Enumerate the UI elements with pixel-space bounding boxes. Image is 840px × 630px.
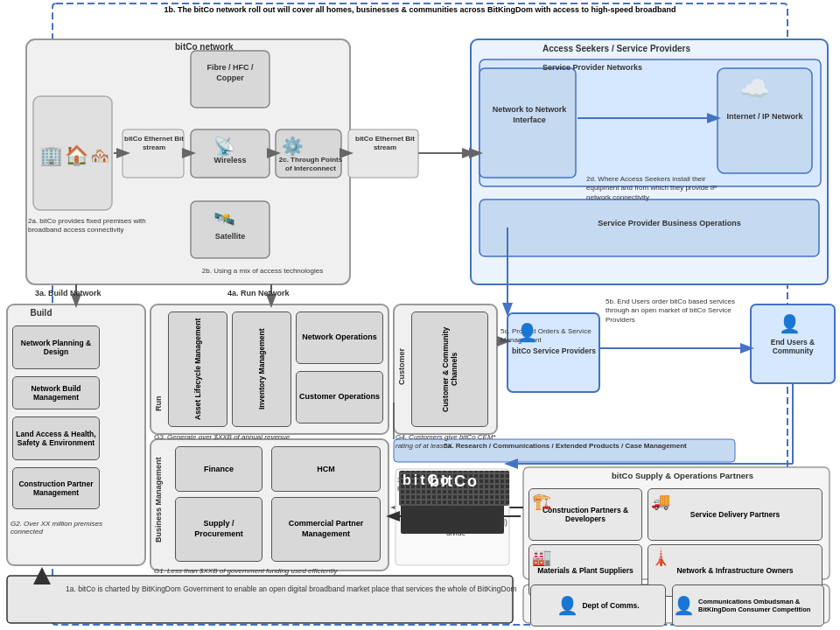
g2-label: G2. Over XX million premises connected bbox=[10, 520, 133, 536]
caption-2a: 2a. bitCo provides fixed premises with b… bbox=[28, 217, 155, 235]
caption-5b: 5b. End Users order bitCo based services… bbox=[606, 298, 741, 325]
wireless-icon: 📡 bbox=[214, 136, 235, 157]
fibre-label: Fibre / HFC / Copper bbox=[192, 63, 268, 83]
diagram-content: 1b. The bitCo network roll out will cove… bbox=[0, 0, 840, 630]
biz-mgmt-label: Business Management bbox=[154, 455, 163, 542]
caption-5a: 5a. Research / Communications / Extended… bbox=[399, 442, 732, 450]
build-section-header: Build bbox=[10, 308, 72, 318]
asset-lifecycle: Asset Lifecycle Management bbox=[168, 312, 228, 427]
tower-icon: 🗼 bbox=[651, 548, 670, 567]
top-banner-text: 1b. The bitCo network roll out will cove… bbox=[164, 5, 676, 14]
bitco-text: bitCo bbox=[402, 472, 452, 488]
bottom-banner-text: 1a. bitCo is charted by BitKingDom Gover… bbox=[66, 584, 521, 595]
supply-procurement: Supply / Procurement bbox=[175, 497, 262, 562]
delivery-truck-icon: 🚚 bbox=[651, 492, 670, 511]
customer-label: Customer bbox=[397, 332, 406, 385]
commercial-partner-mgmt: Commercial Partner Management bbox=[271, 497, 381, 562]
bitco-ethernet-2: bitCo Ethernet Bit stream bbox=[350, 135, 420, 151]
customer-operations: Customer Operations bbox=[296, 371, 383, 424]
diagram-container: 1b. The bitCo network roll out will cove… bbox=[0, 0, 840, 630]
bitco-ethernet-1: bitCo Ethernet Bit stream bbox=[124, 135, 184, 151]
dept-comms: 👤 Dept of Comms. bbox=[530, 584, 666, 626]
inventory-mgmt: Inventory Management bbox=[232, 312, 291, 427]
finance-box: Finance bbox=[175, 446, 262, 492]
dept-comms-label: Dept of Comms. bbox=[582, 601, 639, 610]
ombudsman-box: 👤 Communications Ombudsman & BitKingDom … bbox=[672, 584, 824, 626]
crane-icon: 🏭 bbox=[532, 548, 551, 567]
ombudsman-icon: 👤 bbox=[673, 595, 695, 616]
sp-networks-label: Service Provider Networks bbox=[542, 63, 642, 72]
access-seekers-label: Access Seekers / Service Providers bbox=[542, 44, 690, 53]
ombudsman-label: Communications Ombudsman & BitKingDom Co… bbox=[698, 598, 823, 613]
sp-business-ops: Service Provider Business Operations bbox=[525, 219, 814, 228]
g3-label: G3. Generate over $XXB of annual revenue bbox=[154, 433, 386, 441]
land-access: Land Access & Health, Safety & Environme… bbox=[12, 416, 100, 460]
internet-icon: ☁️ bbox=[739, 74, 770, 103]
construction-icon: 🏗️ bbox=[532, 492, 551, 511]
premises-icons: 🏢 🏠 🏘️ bbox=[37, 101, 111, 210]
service-delivery: Service Delivery Partners bbox=[648, 488, 822, 541]
network-build-mgmt: Network Build Management bbox=[12, 376, 100, 410]
product-orders-label: 5c. Product Orders & Service Management bbox=[500, 327, 592, 346]
end-users-icon: 👤 bbox=[779, 313, 801, 334]
bitco-sp-icon: 👤 bbox=[516, 322, 538, 343]
caption-2b: 2b. Using a mix of access technologies bbox=[175, 267, 350, 275]
wireless-label: Wireless bbox=[192, 156, 268, 164]
bitco-network-label: bitCo network bbox=[175, 42, 234, 52]
end-users-label: End Users & Community bbox=[752, 338, 833, 355]
g1-label: G1. Less than $XXB of government funding… bbox=[154, 567, 386, 575]
network-planning-design: Network Planning & Design bbox=[12, 326, 100, 369]
network-operations: Network Operations bbox=[296, 312, 383, 364]
satellite-label: Satellite bbox=[192, 232, 268, 241]
satellite-icon: 🛰️ bbox=[214, 208, 235, 229]
points-interconnect: 2c. Through Points of Interconnect bbox=[276, 156, 345, 172]
run-label: Run bbox=[154, 341, 163, 411]
customer-community-channels: Customer & Community Channels bbox=[411, 312, 488, 427]
run-network-label: 4a. Run Network bbox=[228, 289, 290, 298]
construction-partner-mgmt-build: Construction Partner Management bbox=[12, 467, 100, 509]
supply-ops-label: bitCo Supply & Operations Partners bbox=[542, 471, 822, 480]
build-network-label: 3a. Build Network bbox=[35, 289, 102, 298]
internet-ip-label: Internet / IP Network bbox=[719, 112, 810, 122]
nni-label: Network to Network Interface bbox=[483, 105, 576, 125]
dept-icon: 👤 bbox=[556, 595, 578, 616]
caption-2d: 2d. Where Access Seekers install their e… bbox=[586, 175, 726, 202]
bitco-sp-label: bitCo Service Providers bbox=[511, 346, 597, 355]
poi-icon: ⚙️ bbox=[282, 136, 304, 157]
hcm-box: HCM bbox=[271, 446, 381, 492]
